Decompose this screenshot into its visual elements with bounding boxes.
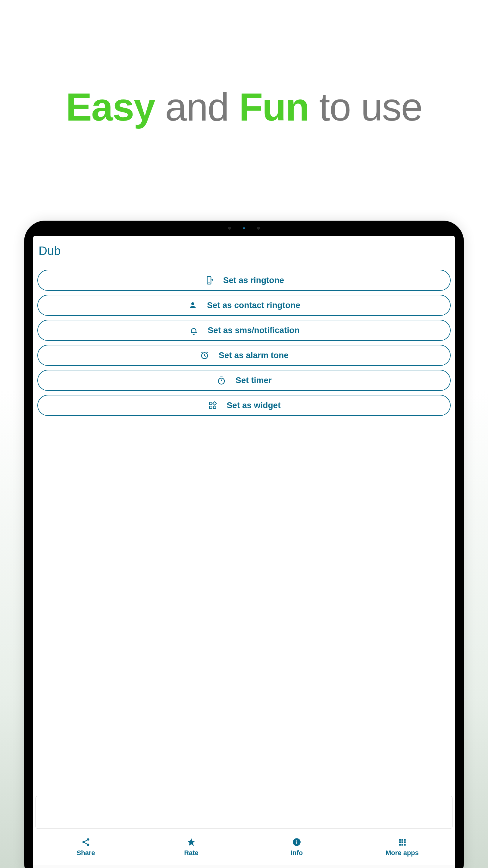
svg-rect-23	[404, 844, 406, 845]
share-icon	[82, 838, 90, 846]
set-widget-button[interactable]: Set as widget	[37, 395, 451, 416]
nav-info[interactable]: Info	[244, 829, 350, 865]
headline-word-easy: Easy	[66, 85, 155, 129]
headline-word-and: and	[155, 85, 239, 129]
info-icon	[292, 838, 301, 846]
svg-rect-17	[404, 839, 406, 841]
action-label: Set as sms/notification	[208, 326, 300, 335]
apps-grid-icon	[398, 838, 407, 846]
set-ringtone-button[interactable]: Set as ringtone	[37, 270, 451, 291]
nav-rate[interactable]: Rate	[138, 829, 244, 865]
system-nav-bar	[33, 865, 455, 868]
nav-label: Info	[291, 849, 303, 857]
svg-rect-6	[209, 406, 212, 408]
nav-share[interactable]: Share	[33, 829, 138, 865]
svg-rect-19	[401, 841, 403, 843]
svg-rect-7	[213, 406, 216, 408]
action-label: Set as alarm tone	[219, 350, 289, 360]
svg-rect-14	[296, 840, 297, 841]
ad-placeholder	[36, 796, 452, 829]
set-timer-button[interactable]: Set timer	[37, 370, 451, 391]
action-label: Set as ringtone	[223, 276, 284, 285]
set-contact-ringtone-button[interactable]: Set as contact ringtone	[37, 295, 451, 316]
nav-label: More apps	[386, 849, 419, 857]
headline-word-fun: Fun	[239, 85, 309, 129]
set-sms-notification-button[interactable]: Set as sms/notification	[37, 320, 451, 341]
svg-rect-8	[213, 402, 216, 405]
svg-rect-13	[296, 841, 297, 844]
tablet-frame: Dub Set as ringtone	[24, 221, 464, 868]
page-title: Dub	[33, 236, 455, 270]
action-label: Set as widget	[227, 401, 281, 410]
svg-point-9	[87, 838, 90, 841]
svg-rect-16	[401, 839, 403, 841]
svg-rect-22	[401, 844, 403, 845]
headline-word-touse: to use	[309, 85, 422, 129]
svg-rect-20	[404, 841, 406, 843]
person-icon	[188, 300, 198, 310]
star-icon	[187, 838, 196, 846]
nav-label: Rate	[184, 849, 198, 857]
svg-point-2	[191, 302, 194, 305]
action-label: Set timer	[235, 375, 272, 385]
phone-ring-icon	[204, 275, 214, 285]
action-label: Set as contact ringtone	[207, 301, 300, 310]
set-alarm-tone-button[interactable]: Set as alarm tone	[37, 345, 451, 366]
camera-bar	[208, 227, 280, 230]
svg-rect-5	[209, 402, 212, 405]
alarm-icon	[199, 350, 210, 361]
svg-point-11	[87, 844, 90, 846]
action-list: Set as ringtone Set as contact ringtone	[33, 270, 455, 416]
nav-more-apps[interactable]: More apps	[350, 829, 455, 865]
svg-rect-21	[399, 844, 401, 845]
svg-point-10	[83, 841, 85, 843]
timer-icon	[216, 375, 227, 385]
svg-rect-15	[399, 839, 401, 841]
spacer	[33, 416, 455, 796]
nav-label: Share	[76, 849, 95, 857]
bottom-nav: Share Rate Info	[33, 829, 455, 865]
promo-headline: Easy and Fun to use	[0, 87, 488, 127]
bell-icon	[189, 325, 199, 336]
screen: Dub Set as ringtone	[33, 236, 455, 868]
svg-rect-18	[399, 841, 401, 843]
widget-icon	[207, 400, 218, 410]
